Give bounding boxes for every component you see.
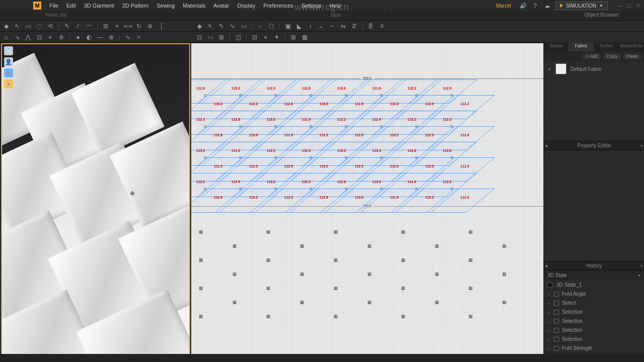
- tool-snap[interactable]: ⌖: [113, 22, 121, 30]
- tool2-f[interactable]: ⊚: [57, 33, 65, 41]
- tool2-j[interactable]: ⊕: [107, 33, 115, 41]
- tool-rotate[interactable]: ↻: [135, 22, 143, 30]
- menu-preferences[interactable]: Preferences: [260, 3, 297, 9]
- tool2-k[interactable]: ∿: [124, 33, 132, 41]
- tool2-2d-b[interactable]: ▭: [206, 33, 214, 41]
- tool2-e[interactable]: ⋄: [46, 33, 54, 41]
- tool-2d-pen[interactable]: ✎: [217, 22, 225, 30]
- chevron-down-icon[interactable]: ⌄: [547, 328, 551, 332]
- chevron-down-icon[interactable]: ⌄: [547, 346, 551, 350]
- tool-2d-flip-v[interactable]: ⇵: [350, 22, 358, 30]
- tab-buttonhole[interactable]: Buttonhole: [619, 42, 644, 51]
- tool2-b[interactable]: ↘: [13, 33, 21, 41]
- menu-settings[interactable]: Settings: [297, 3, 326, 9]
- chevron-down-icon[interactable]: ⌄: [547, 310, 551, 314]
- tool-2d-dart[interactable]: ◣: [295, 22, 303, 30]
- chevron-down-icon[interactable]: ⌄: [547, 319, 551, 323]
- tool-2d-rect[interactable]: ▭: [239, 22, 248, 30]
- tab-scene[interactable]: Scene: [543, 42, 569, 51]
- tool-2d-move[interactable]: ↖: [206, 22, 214, 30]
- help-icon[interactable]: ?: [531, 2, 539, 10]
- simulation-button[interactable]: SIMULATION ▼: [555, 2, 608, 10]
- tool-box[interactable]: ▭: [24, 22, 32, 30]
- history-item[interactable]: ⌄Selection: [543, 308, 644, 317]
- copy-button[interactable]: Copy: [604, 53, 620, 59]
- tab-button[interactable]: Button: [594, 42, 619, 51]
- tool2-2d-g[interactable]: ✦: [273, 33, 281, 41]
- property-editor-header[interactable]: ◂ Property Editor ▪: [543, 141, 644, 150]
- viewport-3d[interactable]: 👕 👤 ▦ ● ✥: [1, 43, 190, 362]
- maximize-icon[interactable]: ☐: [626, 3, 632, 9]
- tool2-i[interactable]: —: [96, 33, 104, 41]
- tool2-2d-e[interactable]: ⊟: [251, 33, 259, 41]
- tool-lasso[interactable]: ◌: [35, 22, 43, 30]
- history-checkbox[interactable]: [554, 310, 559, 315]
- chevron-down-icon[interactable]: ⌄: [547, 337, 551, 341]
- history-checkbox[interactable]: [554, 319, 559, 324]
- viewport-2d[interactable]: 990.6 990.6 112.9⧈113.2⧈112.3⧈112.8⧈113.…: [191, 43, 543, 362]
- tab-fabric[interactable]: Fabric: [569, 42, 594, 51]
- tool-2d-align-c[interactable]: ⫠: [317, 22, 325, 30]
- tool-curve[interactable]: 〰: [85, 22, 93, 30]
- tool-measure[interactable]: ⟷: [124, 22, 132, 30]
- history-checkbox[interactable]: [554, 301, 559, 306]
- tool-2d-fill[interactable]: ▣: [284, 22, 292, 30]
- tool-2d-curve[interactable]: ∿: [228, 22, 236, 30]
- tool-move[interactable]: ↖: [13, 22, 21, 30]
- tab-3d-file[interactable]: frame.obj: [0, 11, 112, 20]
- tool-2d-flip-h[interactable]: ⇋: [339, 22, 347, 30]
- tool2-2d-a[interactable]: ⊡: [195, 33, 203, 41]
- arrange-toggle-icon[interactable]: ●: [4, 79, 13, 88]
- tool-2d-poly[interactable]: ⬠: [267, 22, 275, 30]
- menu-help[interactable]: Help: [326, 3, 345, 9]
- tool-select-3d[interactable]: ◆: [2, 22, 10, 30]
- menu-edit[interactable]: Edit: [62, 3, 80, 9]
- menu-dots-icon-2[interactable]: ▪: [640, 263, 642, 268]
- history-item[interactable]: ⌄Fold Angle: [543, 290, 644, 299]
- tab-2d-file[interactable]: .spac: [284, 11, 387, 20]
- tool-2d-align-l[interactable]: ⫞: [306, 22, 314, 30]
- menu-avatar[interactable]: Avatar: [209, 3, 233, 9]
- tool2-g[interactable]: ●: [74, 33, 82, 41]
- tool2-2d-i[interactable]: ▦: [300, 33, 308, 41]
- collapse-left-icon-2[interactable]: ◂: [545, 263, 547, 268]
- mesh-toggle-icon[interactable]: ▦: [4, 68, 13, 77]
- tool2-c[interactable]: ⋀: [24, 33, 32, 41]
- menu-file[interactable]: File: [45, 3, 62, 9]
- history-item[interactable]: ⌄Selection: [543, 317, 644, 326]
- tool2-a[interactable]: ⌂: [2, 33, 10, 41]
- tool2-2d-h[interactable]: ⊞: [289, 33, 297, 41]
- collapse-left-icon[interactable]: ◂: [545, 143, 547, 148]
- tool2-2d-f[interactable]: ⋄: [262, 33, 270, 41]
- tool-select-2d[interactable]: ◆: [195, 22, 203, 30]
- history-item[interactable]: ⌄Selection: [543, 326, 644, 335]
- sound-icon[interactable]: 🔊: [519, 2, 527, 10]
- tool-pin[interactable]: ⟲: [46, 22, 54, 30]
- menu-materials[interactable]: Materials: [179, 3, 209, 9]
- user-name[interactable]: Marcel: [492, 3, 515, 9]
- fabric-list-item[interactable]: ✓ Default Fabric: [543, 61, 644, 76]
- tool-2d-align-r[interactable]: ⫟: [328, 22, 336, 30]
- state-item-row[interactable]: 3D State_1: [543, 280, 644, 290]
- close-icon[interactable]: ✕: [635, 3, 641, 9]
- body-toggle-icon[interactable]: 👤: [4, 57, 13, 66]
- tool2-2d-d[interactable]: ◫: [234, 33, 242, 41]
- history-header[interactable]: ◂ History ▪: [543, 261, 644, 270]
- tool-line[interactable]: ∕: [74, 22, 82, 30]
- tool2-l[interactable]: ≈: [135, 33, 143, 41]
- add-button[interactable]: + Add: [583, 53, 601, 59]
- tool-2d-ruler[interactable]: 𝍫: [367, 22, 375, 30]
- tool-edit[interactable]: ✎: [63, 22, 71, 30]
- paste-button[interactable]: Paste: [623, 53, 641, 59]
- chevron-down-icon[interactable]: ⌄: [547, 292, 551, 296]
- menu-2d-pattern[interactable]: 2D Pattern: [118, 3, 153, 9]
- minimize-icon[interactable]: —: [617, 3, 623, 9]
- menu-sewing[interactable]: Sewing: [152, 3, 179, 9]
- chevron-down-icon[interactable]: ⌄: [547, 301, 551, 305]
- history-checkbox[interactable]: [554, 328, 559, 333]
- menu-3d-garment[interactable]: 3D Garment: [80, 3, 118, 9]
- tool2-d[interactable]: ⊡: [35, 33, 43, 41]
- tool-more[interactable]: ┆: [157, 22, 165, 30]
- menu-display[interactable]: Display: [233, 3, 260, 9]
- tool2-h[interactable]: ◐: [85, 33, 93, 41]
